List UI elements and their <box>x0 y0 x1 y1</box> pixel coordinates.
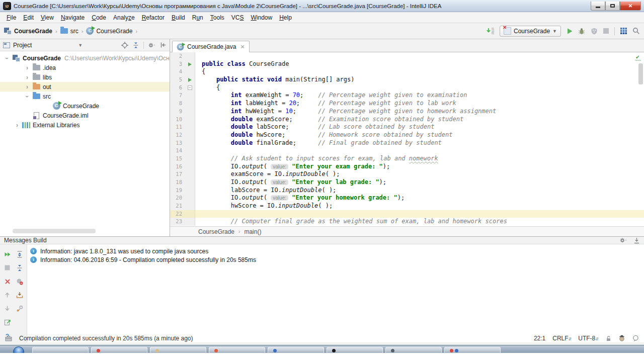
settings-wrench-button[interactable] <box>14 302 26 315</box>
line-ending-selector[interactable]: CRLF⇵ <box>552 335 571 342</box>
maximize-button[interactable] <box>605 2 620 11</box>
tree-item-coursegrade[interactable]: ›CourseGradeC:\Users\user\Work\Курсы\Ude… <box>0 53 170 63</box>
rerun-button[interactable] <box>2 247 14 261</box>
code-line-3[interactable]: 3public class CourseGrade <box>170 60 644 68</box>
breadcrumb-item-src[interactable]: src <box>60 28 78 35</box>
minimize-panel-icon[interactable] <box>633 237 640 244</box>
menu-item-refactor[interactable]: Refactor <box>138 13 168 22</box>
run-button[interactable] <box>566 28 573 35</box>
autoscroll-button[interactable] <box>14 288 26 302</box>
code-line-16[interactable]: 16 IO.output( value: "Enter your exam gr… <box>170 163 644 171</box>
run-configuration-select[interactable]: CourseGrade ▼ <box>500 26 561 37</box>
code-line-18[interactable]: 18 IO.output( value: "Enter your lab gra… <box>170 178 644 187</box>
run-line-icon[interactable] <box>185 60 195 68</box>
stop-button[interactable] <box>2 261 14 275</box>
line-number[interactable]: 10 <box>170 116 185 124</box>
code-line-15[interactable]: 15 // Ask student to input scores for ex… <box>170 155 644 163</box>
caret-position[interactable]: 22:1 <box>534 335 545 342</box>
tree-item--idea[interactable]: ›.idea <box>0 63 170 72</box>
tree-item-out[interactable]: ›out <box>0 82 170 92</box>
code-line-6[interactable]: 6− { <box>170 84 644 92</box>
menu-item-tools[interactable]: Tools <box>207 13 228 22</box>
line-number[interactable]: 12 <box>170 131 185 139</box>
line-number[interactable]: 18 <box>170 178 185 187</box>
taskbar-button[interactable] <box>32 347 89 353</box>
code-line-23[interactable]: 23 // Computer final grade as the weight… <box>170 218 644 226</box>
collapse-all-button[interactable] <box>14 261 26 275</box>
taskbar-button[interactable] <box>385 347 442 353</box>
next-button[interactable] <box>2 302 14 315</box>
inspections-ok-icon[interactable]: ✔~~~ <box>635 54 640 62</box>
line-number[interactable]: 16 <box>170 163 185 171</box>
taskbar-button[interactable] <box>327 347 383 353</box>
code-editor[interactable]: ✔~~~ 23public class CourseGrade4{5 publi… <box>170 52 644 226</box>
code-line-12[interactable]: 12 double hwScore; // Homework score obt… <box>170 131 644 139</box>
taskbar-button[interactable] <box>209 347 265 353</box>
code-line-9[interactable]: 9 int hwWeight = 10; // Percentage weigh… <box>170 108 644 116</box>
tree-chevron-icon[interactable]: › <box>13 122 21 129</box>
menu-item-view[interactable]: View <box>37 13 57 22</box>
line-number[interactable]: 15 <box>170 155 185 163</box>
minimize-button[interactable] <box>591 2 605 11</box>
line-number[interactable]: 20 <box>170 194 185 202</box>
line-number[interactable]: 23 <box>170 218 185 226</box>
gear-icon[interactable] <box>619 237 627 244</box>
lock-icon[interactable] <box>605 335 611 341</box>
line-number[interactable]: 9 <box>170 108 185 116</box>
code-line-10[interactable]: 10 double examScore; // Examination scor… <box>170 116 644 124</box>
menu-item-code[interactable]: Code <box>88 13 110 22</box>
line-number[interactable]: 7 <box>170 92 185 100</box>
project-structure-icon[interactable] <box>620 27 627 35</box>
editor-breadcrumb-item[interactable]: main() <box>244 228 261 235</box>
taskbar-button[interactable] <box>268 347 324 353</box>
encoding-selector[interactable]: UTF-8⇵ <box>578 335 598 342</box>
menu-item-analyze[interactable]: Analyze <box>110 13 138 22</box>
code-line-8[interactable]: 8 int labWeight = 20; // Percentage weig… <box>170 100 644 108</box>
code-line-11[interactable]: 11 double labScore; // Lab score obtaine… <box>170 123 644 131</box>
line-number[interactable]: 6 <box>170 84 185 92</box>
hector-inspector-icon[interactable] <box>618 335 625 341</box>
horizontal-scrollbar[interactable] <box>13 229 96 233</box>
code-line-4[interactable]: 4{ <box>170 68 644 76</box>
tree-item-src[interactable]: ›src <box>0 92 170 101</box>
breadcrumb-item-coursegrade[interactable]: CCourseGrade <box>86 27 132 35</box>
message-row[interactable]: iInformation: javac 1.8.0_131 was used t… <box>30 247 644 255</box>
close-tab-icon[interactable]: ✕ <box>240 44 245 50</box>
message-row[interactable]: iInformation: 04.06.2018 6:59 - Compilat… <box>30 255 644 264</box>
run-line-icon[interactable] <box>185 76 195 84</box>
code-line-5[interactable]: 5 public static void main(String[] args) <box>170 76 644 84</box>
code-line-2[interactable]: 2 <box>170 52 644 60</box>
menu-item-window[interactable]: Window <box>247 13 276 22</box>
taskbar-button[interactable] <box>91 347 147 353</box>
menu-item-help[interactable]: Help <box>276 13 295 22</box>
menu-item-file[interactable]: File <box>3 13 20 22</box>
line-number[interactable]: 8 <box>170 100 185 108</box>
collapse-all-icon[interactable] <box>132 42 139 49</box>
start-button[interactable] <box>13 346 24 353</box>
event-log-icon[interactable] <box>632 335 639 341</box>
menu-item-edit[interactable]: Edit <box>20 13 37 22</box>
tree-item-coursegrade-iml[interactable]: CourseGrade.iml <box>0 111 170 120</box>
code-line-17[interactable]: 17 examScore = IO.inputDouble( ); <box>170 170 644 178</box>
line-number[interactable]: 2 <box>170 52 185 60</box>
close-button[interactable]: ✕ <box>620 2 641 11</box>
line-number[interactable]: 19 <box>170 187 185 195</box>
export-button[interactable] <box>2 315 14 329</box>
search-everywhere-icon[interactable] <box>632 27 640 35</box>
line-number[interactable]: 17 <box>170 170 185 178</box>
chevron-down-icon[interactable]: ▼ <box>78 43 83 48</box>
taskbar-button[interactable] <box>150 347 206 353</box>
code-line-22[interactable]: 22 <box>170 210 644 218</box>
toolbox-icon[interactable] <box>5 335 12 341</box>
tree-item-libs[interactable]: ›libs <box>0 72 170 82</box>
hide-info-button[interactable] <box>14 275 26 288</box>
menu-item-run[interactable]: Run <box>189 13 207 22</box>
tree-item-external-libraries[interactable]: ›External Libraries <box>0 120 170 130</box>
locate-file-icon[interactable] <box>121 42 128 49</box>
expand-all-button[interactable] <box>14 247 26 261</box>
debug-button[interactable] <box>578 28 586 35</box>
editor-breadcrumb-item[interactable]: CourseGrade <box>198 228 234 235</box>
coverage-button[interactable] <box>591 28 598 35</box>
update-project-icon[interactable]: 011001 <box>486 27 495 35</box>
line-number[interactable]: 13 <box>170 139 185 147</box>
